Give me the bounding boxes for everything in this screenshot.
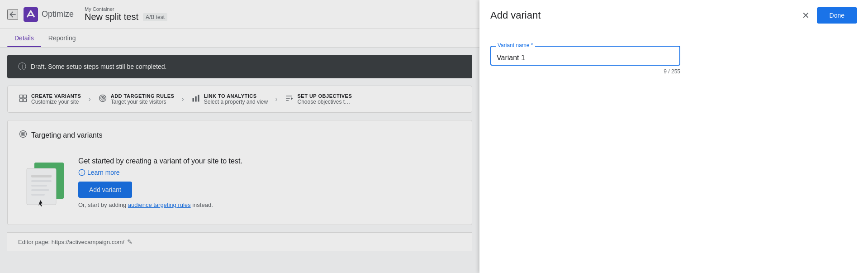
variant-name-input[interactable]: [497, 54, 674, 62]
targeting-section-icon: [19, 129, 28, 141]
step-analytics-subtitle: Select a property and view: [204, 99, 268, 105]
editor-footer: Editor page: https://activecampaign.com/…: [7, 232, 472, 251]
svg-rect-18: [31, 180, 52, 182]
steps-bar: CREATE VARIANTS Customize your site › AD…: [7, 86, 472, 113]
step-add-targeting[interactable]: ADD TARGETING RULES Target your site vis…: [98, 93, 175, 105]
audience-text: Or, start by adding audience targeting r…: [78, 201, 242, 208]
variant-name-label: Variant name *: [496, 42, 535, 48]
draft-banner: ⓘ Draft. Some setup steps must still be …: [7, 55, 472, 78]
svg-rect-21: [31, 194, 45, 196]
draft-info-icon: ⓘ: [18, 61, 26, 72]
close-panel-button[interactable]: ✕: [802, 10, 810, 21]
learn-more-icon: i: [78, 169, 85, 176]
svg-rect-9: [195, 96, 196, 101]
step-set-objectives[interactable]: SET UP OBJECTIVES Choose objectives t…: [285, 93, 352, 105]
step-objectives-subtitle: Choose objectives t…: [297, 99, 352, 105]
svg-point-13: [21, 132, 25, 136]
empty-state-title: Get started by creating a variant of you…: [78, 157, 242, 165]
svg-rect-19: [31, 185, 47, 187]
optimize-logo: [24, 7, 38, 22]
add-variant-button[interactable]: Add variant: [78, 182, 132, 198]
variant-name-field: Variant name *: [490, 46, 680, 66]
ab-badge: A/B test: [143, 13, 167, 21]
svg-point-12: [20, 131, 27, 138]
svg-rect-17: [31, 175, 52, 177]
audience-targeting-link[interactable]: audience targeting rules: [128, 201, 191, 208]
step-targeting-subtitle: Target your site visitors: [111, 99, 175, 105]
step-objectives-title: SET UP OBJECTIVES: [297, 93, 352, 99]
svg-text:i: i: [81, 170, 82, 175]
svg-rect-20: [31, 189, 49, 191]
empty-state-content: Get started by creating a variant of you…: [78, 157, 242, 208]
add-variant-panel: Add variant ✕ Done Variant name * 9 / 25…: [479, 0, 868, 273]
step-create-variants-icon: [19, 94, 28, 105]
back-button[interactable]: [7, 9, 18, 20]
tab-bar: Details Reporting: [0, 29, 479, 48]
container-label: My Container: [85, 6, 167, 12]
editor-page-label: Editor page: https://activecampaign.com/: [18, 239, 124, 245]
step-create-variants-title: CREATE VARIANTS: [31, 93, 81, 99]
step-targeting-icon: [98, 94, 107, 105]
char-count: 9 / 255: [490, 68, 680, 75]
topbar: Optimize My Container New split test A/B…: [0, 0, 479, 29]
step-analytics-title: LINK TO ANALYTICS: [204, 93, 268, 99]
main-content: Optimize My Container New split test A/B…: [0, 0, 479, 273]
app-name-label: Optimize: [42, 10, 74, 19]
svg-rect-1: [20, 95, 23, 98]
step-chevron-3: ›: [275, 95, 277, 103]
learn-more-link[interactable]: i Learn more: [78, 169, 242, 176]
targeting-section-title: Targeting and variants: [31, 131, 102, 139]
svg-point-5: [99, 95, 106, 101]
close-icon: ✕: [802, 10, 810, 21]
container-info: My Container New split test A/B test: [85, 6, 167, 22]
panel-header-actions: ✕ Done: [802, 7, 857, 24]
svg-rect-4: [24, 98, 27, 101]
tab-details[interactable]: Details: [7, 29, 41, 47]
step-create-variants[interactable]: CREATE VARIANTS Customize your site: [19, 93, 81, 105]
svg-point-7: [102, 97, 103, 99]
svg-rect-0: [24, 7, 38, 22]
empty-state: Get started by creating a variant of you…: [19, 150, 461, 216]
step-chevron-1: ›: [88, 95, 90, 103]
svg-rect-3: [20, 98, 23, 101]
step-analytics-icon: [191, 94, 200, 105]
svg-point-6: [101, 96, 104, 100]
panel-title: Add variant: [490, 10, 541, 21]
experiment-name: New split test: [85, 12, 138, 22]
svg-rect-2: [24, 95, 27, 98]
variant-illustration: [19, 160, 64, 206]
svg-marker-11: [291, 97, 293, 100]
svg-rect-10: [198, 95, 199, 101]
targeting-section: Targeting and variants: [7, 120, 472, 225]
tab-reporting[interactable]: Reporting: [41, 29, 83, 47]
svg-rect-8: [192, 98, 194, 102]
panel-body: Variant name * 9 / 255: [479, 31, 868, 273]
panel-header: Add variant ✕ Done: [479, 0, 868, 31]
step-link-analytics[interactable]: LINK TO ANALYTICS Select a property and …: [191, 93, 268, 105]
step-objectives-icon: [285, 94, 294, 105]
learn-more-label: Learn more: [87, 169, 120, 176]
step-targeting-title: ADD TARGETING RULES: [111, 93, 175, 99]
draft-text: Draft. Some setup steps must still be co…: [31, 63, 166, 70]
edit-icon[interactable]: ✎: [127, 238, 133, 245]
done-button[interactable]: Done: [817, 7, 857, 24]
step-chevron-2: ›: [181, 95, 184, 103]
step-create-variants-subtitle: Customize your site: [31, 99, 81, 105]
svg-point-14: [22, 133, 24, 134]
